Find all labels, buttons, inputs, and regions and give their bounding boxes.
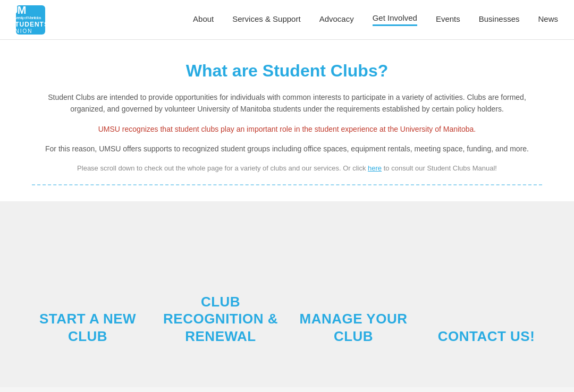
intro-text: Student Clubs are intended to provide op… [32,91,542,115]
scroll-text: Please scroll down to check out the whol… [32,163,542,174]
nav-services-support[interactable]: Services & Support [232,14,300,25]
card-start-new-club-title: START A NEWCLUB [27,310,149,345]
nav-about[interactable]: About [193,14,214,25]
logo[interactable]: UM University of Manitoba STUDENTS' UNIO… [16,5,45,35]
card-start-new-club[interactable]: START A NEWCLUB [21,300,154,355]
main-nav: About Services & Support Advocacy Get In… [45,13,558,26]
card-club-recognition-title: CLUBRECOGNITION &RENEWAL [159,293,282,345]
main-content: What are Student Clubs? Student Clubs ar… [0,40,574,201]
highlight-text: UMSU recognizes that student clubs play … [32,123,542,135]
cards-row: START A NEWCLUB CLUBRECOGNITION &RENEWAL… [21,283,553,356]
header: UM University of Manitoba STUDENTS' UNIO… [0,0,574,40]
card-manage-your-club[interactable]: MANAGE YOURCLUB [287,300,420,355]
nav-events[interactable]: Events [436,14,460,25]
section-divider [32,184,542,185]
card-contact-us[interactable]: CONTACT US! [420,317,553,356]
logo-union-line: UNION [10,28,51,35]
card-contact-us-title: CONTACT US! [425,328,547,345]
nav-news[interactable]: News [538,14,558,25]
cards-section: START A NEWCLUB CLUBRECOGNITION &RENEWAL… [0,201,574,387]
page-title: What are Student Clubs? [32,61,542,81]
nav-advocacy[interactable]: Advocacy [319,14,354,25]
support-text: For this reason, UMSU offers supports to… [32,143,542,155]
nav-get-involved[interactable]: Get Involved [373,13,417,26]
nav-businesses[interactable]: Businesses [479,14,520,25]
manual-link[interactable]: here [368,164,382,172]
card-manage-your-club-title: MANAGE YOURCLUB [292,310,415,345]
logo-box: UM University of Manitoba STUDENTS' UNIO… [16,5,45,35]
card-club-recognition[interactable]: CLUBRECOGNITION &RENEWAL [154,283,287,356]
